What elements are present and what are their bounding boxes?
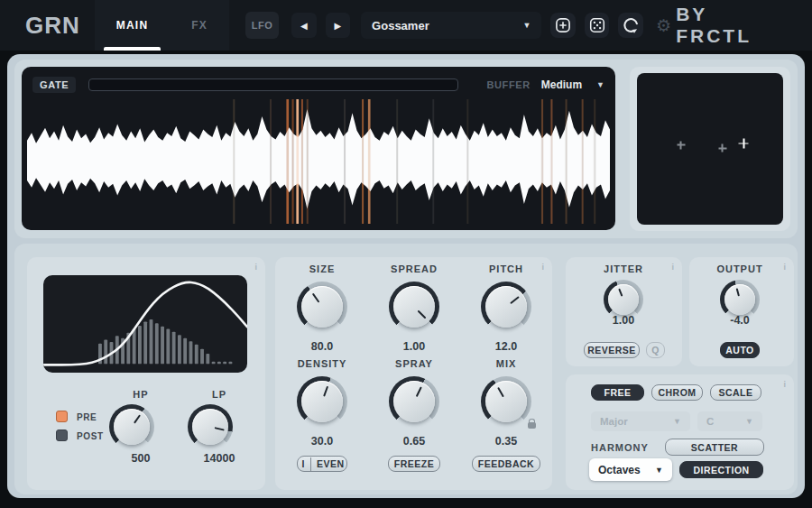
info-icon[interactable]: i <box>671 263 674 272</box>
even-prefix: I <box>300 457 310 471</box>
pitch-knob[interactable] <box>481 282 531 332</box>
lp-label: LP <box>174 389 264 400</box>
feedback-button[interactable]: FEEDBACK <box>472 456 540 472</box>
post-label: POST <box>77 431 104 441</box>
size-label: SIZE <box>277 263 367 274</box>
scatter-button[interactable]: SCATTER <box>665 439 764 456</box>
density-value: 30.0 <box>277 435 367 448</box>
spray-label: SPRAY <box>369 358 459 369</box>
settings-button[interactable]: ⚙ <box>651 13 676 38</box>
even-button[interactable]: I EVEN <box>297 456 347 472</box>
chevron-down-icon: ▼ <box>673 417 681 426</box>
waveform-header: GATE BUFFER Medium ▼ <box>22 67 615 96</box>
controls-section: i PRE POST HP 500 LP 14000 i SIZE <box>14 244 798 494</box>
lock-icon[interactable] <box>528 422 536 429</box>
tab-strip: MAIN FX <box>95 0 229 51</box>
freeze-button[interactable]: FREEZE <box>388 456 440 472</box>
app-logo: GRN <box>25 12 80 40</box>
chevron-down-icon: ▼ <box>523 21 531 30</box>
xy-grain-marker[interactable] <box>677 141 685 149</box>
tab-fx[interactable]: FX <box>170 0 229 51</box>
spray-knob[interactable] <box>389 376 439 427</box>
spread-knob[interactable] <box>389 282 439 332</box>
mix-value: 0.35 <box>461 435 551 448</box>
waveform-display[interactable] <box>27 99 610 224</box>
refresh-icon <box>622 16 640 34</box>
plus-square-icon <box>554 16 572 34</box>
jitter-panel: i JITTER 1.00 REVERSE Q <box>566 257 682 366</box>
save-preset-button[interactable] <box>550 13 575 38</box>
size-knob[interactable] <box>297 282 347 332</box>
brand-text: BY FRCTL <box>676 4 789 47</box>
output-label: OUTPUT <box>695 263 785 274</box>
buffer-select[interactable]: Medium ▼ <box>541 79 604 91</box>
grain-panel: i SIZE 80.0 SPREAD 1.00 PITCH 12.0 DENSI… <box>275 257 552 490</box>
chevron-down-icon: ▼ <box>596 80 604 89</box>
lp-knob[interactable] <box>188 404 233 449</box>
hp-label: HP <box>96 389 186 400</box>
reset-button[interactable] <box>618 13 642 38</box>
preset-next-button[interactable]: ▶ <box>326 13 350 38</box>
chevron-down-icon: ▼ <box>655 466 663 475</box>
randomize-button[interactable] <box>585 13 609 38</box>
buffer-value: Medium <box>541 79 582 91</box>
plugin-window: GRN MAIN FX LFO ◀ ▶ Gossamer ▼ <box>0 0 812 508</box>
pitch-value: 12.0 <box>461 340 551 353</box>
filter-display[interactable] <box>43 275 247 373</box>
info-icon[interactable]: i <box>254 263 257 272</box>
preset-selector[interactable]: Gossamer ▼ <box>361 12 541 39</box>
preset-name: Gossamer <box>372 19 429 32</box>
tab-main[interactable]: MAIN <box>95 0 170 51</box>
auto-gain-button[interactable]: AUTO <box>720 342 760 358</box>
harmony-select[interactable]: Octaves ▼ <box>589 458 672 481</box>
quantize-q-button[interactable]: Q <box>646 342 665 358</box>
root-note-value: C <box>706 416 714 427</box>
gate-label: GATE <box>32 77 76 93</box>
filter-panel: i PRE POST HP 500 LP 14000 <box>27 257 265 490</box>
hp-knob[interactable] <box>109 404 154 449</box>
mix-knob[interactable] <box>481 376 531 427</box>
size-value: 80.0 <box>277 340 367 353</box>
xy-pad-panel <box>630 67 790 231</box>
chevron-down-icon: ▼ <box>745 417 753 426</box>
scale-select[interactable]: Major ▼ <box>591 411 690 431</box>
output-value: -4.0 <box>695 314 785 327</box>
gear-icon: ⚙ <box>656 15 671 36</box>
xy-grain-marker[interactable] <box>718 144 726 152</box>
jitter-value: 1.00 <box>578 314 669 327</box>
even-label: EVEN <box>317 458 345 469</box>
jitter-label: JITTER <box>578 263 669 274</box>
direction-button[interactable]: DIRECTION <box>679 461 763 478</box>
waveform-panel: GATE BUFFER Medium ▼ <box>22 67 615 230</box>
mode-free-button[interactable]: FREE <box>591 384 644 401</box>
info-icon[interactable]: i <box>783 380 786 389</box>
preset-prev-button[interactable]: ◀ <box>291 13 316 38</box>
sample-section: GATE BUFFER Medium ▼ <box>14 60 798 238</box>
lfo-button[interactable]: LFO <box>245 12 279 39</box>
output-panel: i OUTPUT -4.0 AUTO <box>689 257 794 366</box>
grain-xy-pad[interactable] <box>637 73 783 225</box>
pre-checkbox[interactable] <box>56 411 68 422</box>
gate-slider[interactable] <box>88 79 458 91</box>
hp-value: 500 <box>96 452 186 465</box>
dice-icon <box>588 16 606 34</box>
reverse-button[interactable]: REVERSE <box>584 342 640 358</box>
plugin-body: GATE BUFFER Medium ▼ i <box>7 54 805 498</box>
root-note-select[interactable]: C ▼ <box>697 411 762 431</box>
top-bar: GRN MAIN FX LFO ◀ ▶ Gossamer ▼ <box>0 0 812 51</box>
post-checkbox[interactable] <box>56 429 68 441</box>
density-knob[interactable] <box>297 376 347 427</box>
spread-label: SPREAD <box>369 263 459 274</box>
pre-label: PRE <box>77 412 97 422</box>
left-arrow-icon: ◀ <box>300 21 308 31</box>
scale-value: Major <box>600 416 628 427</box>
xy-grain-marker[interactable] <box>739 139 749 149</box>
mode-scale-button[interactable]: SCALE <box>710 384 761 401</box>
density-label: DENSITY <box>277 358 367 369</box>
mix-label: MIX <box>461 358 551 369</box>
buffer-label: BUFFER <box>487 79 531 90</box>
mode-chrom-button[interactable]: CHROM <box>651 384 703 401</box>
lp-value: 14000 <box>174 452 264 465</box>
harmony-label: HARMONY <box>591 442 649 453</box>
pitch-label: PITCH <box>461 263 551 274</box>
